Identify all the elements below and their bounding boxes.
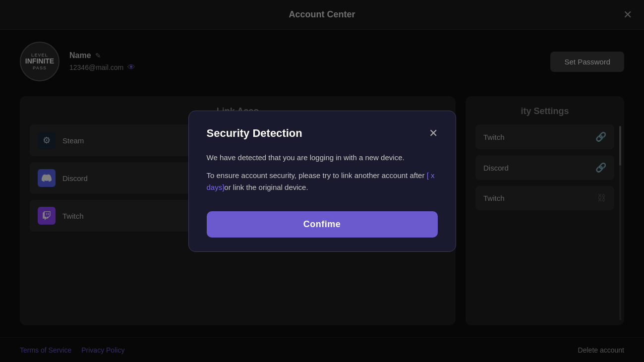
modal-overlay: Security Detection ✕ We have detected th… — [0, 0, 644, 362]
modal-body: We have detected that you are logging in… — [207, 152, 438, 193]
modal-close-icon[interactable]: ✕ — [429, 128, 438, 139]
modal-body-line2-post: or link the original device. — [224, 183, 308, 191]
modal-header: Security Detection ✕ — [207, 127, 438, 140]
modal-body-line2: To ensure account security, please try t… — [207, 170, 438, 193]
modal-body-line2-pre: To ensure account security, please try t… — [207, 171, 427, 180]
confirm-button[interactable]: Confime — [207, 211, 438, 238]
modal-title: Security Detection — [207, 127, 302, 140]
security-detection-modal: Security Detection ✕ We have detected th… — [188, 111, 456, 252]
modal-body-line1: We have detected that you are logging in… — [207, 152, 438, 164]
